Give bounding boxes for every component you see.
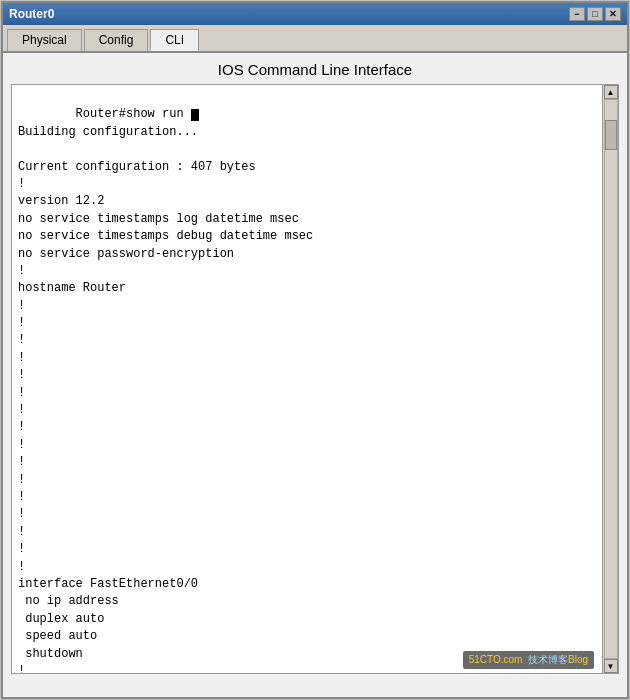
tab-config[interactable]: Config [84, 29, 149, 51]
watermark: 51CTO.com 技术博客Blog [463, 651, 594, 669]
tab-cli[interactable]: CLI [150, 29, 199, 51]
tab-bar: Physical Config CLI [3, 25, 627, 53]
router-window: Router0 − □ ✕ Physical Config CLI IOS Co… [1, 1, 629, 699]
scroll-track[interactable] [604, 99, 618, 659]
scrollbar[interactable]: ▲ ▼ [602, 85, 618, 673]
window-controls: − □ ✕ [569, 7, 621, 21]
cli-container: Router#show run Building configuration..… [11, 84, 619, 674]
watermark-box: 51CTO.com 技术博客Blog [463, 651, 594, 669]
maximize-button[interactable]: □ [587, 7, 603, 21]
scroll-thumb[interactable] [605, 120, 617, 150]
cli-output[interactable]: Router#show run Building configuration..… [12, 85, 602, 673]
command-line: Router#show run [76, 107, 199, 121]
cursor [191, 109, 199, 121]
cli-text: Building configuration... Current config… [18, 125, 313, 673]
watermark-suffix: Blog [568, 654, 588, 665]
window-title: Router0 [9, 7, 54, 21]
panel-title: IOS Command Line Interface [3, 61, 627, 78]
tab-physical[interactable]: Physical [7, 29, 82, 51]
watermark-site: 51CTO.com [469, 654, 523, 665]
watermark-label: 技术博客 [528, 654, 568, 665]
close-button[interactable]: ✕ [605, 7, 621, 21]
content-area: IOS Command Line Interface Router#show r… [3, 53, 627, 682]
scroll-down-button[interactable]: ▼ [604, 659, 618, 673]
title-bar: Router0 − □ ✕ [3, 3, 627, 25]
scroll-up-button[interactable]: ▲ [604, 85, 618, 99]
minimize-button[interactable]: − [569, 7, 585, 21]
